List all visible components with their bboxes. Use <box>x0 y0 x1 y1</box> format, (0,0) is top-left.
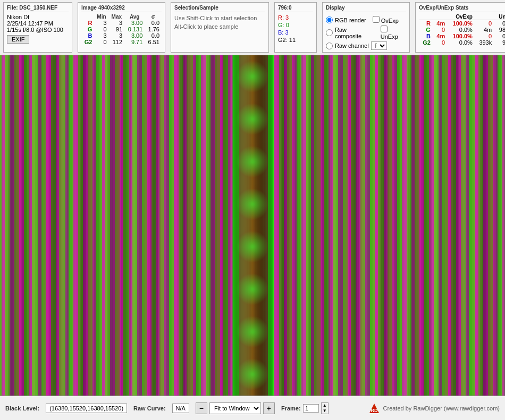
svg-text:RD: RD <box>371 408 377 413</box>
ov-g2-pct: 0.0% <box>447 39 475 46</box>
frame-down[interactable]: ▼ <box>322 408 328 414</box>
rgb-render-radio[interactable] <box>326 16 333 23</box>
selection-hint1: Use Shift-Click to start selection <box>174 15 265 21</box>
render-options: RGB render OvExp Raw composite UnExp Raw… <box>326 16 406 50</box>
table-row: B 3 3 3.00 0.0 <box>81 32 162 39</box>
unexp-col-header: UnExp <box>475 14 505 20</box>
un-g-count: 4m <box>475 27 494 33</box>
unexp-checkbox-wrap: UnExp <box>381 26 406 40</box>
rawdigger-logo: RD <box>368 402 380 414</box>
ovexp-checkbox-wrap: OvExp <box>373 16 399 24</box>
g-sigma: 1.76 <box>145 26 162 32</box>
rawdigger-credit: RD Created by RawDigger (www.rawdigger.c… <box>368 402 500 414</box>
table-row: G 0 91 0.131 1.76 <box>81 26 162 32</box>
un-g-pct: 98.9% <box>494 27 505 33</box>
raw-curve-value: N/A <box>172 404 189 413</box>
black-level-value: (16380,15520,16380,15520) <box>46 404 127 413</box>
g-min: 0 <box>94 26 108 32</box>
frame-label: Frame: <box>281 405 301 411</box>
b-max: 3 <box>109 32 125 39</box>
g2-sigma: 6.51 <box>145 39 162 45</box>
main-image-area[interactable] <box>0 55 505 396</box>
black-level-label: Black Level: <box>5 405 39 411</box>
table-row: R 4m 100.0% 0 0.0% <box>419 20 505 27</box>
coord-g2: G2: 11 <box>278 37 313 43</box>
unexp-label: UnExp <box>381 33 398 40</box>
un-r-pct: 0.0% <box>494 20 505 27</box>
exif-button[interactable]: EXIF <box>7 35 29 44</box>
image-stats-panel: Image 4940x3292 Min Max Avg σ R 3 3 3.00… <box>78 2 165 53</box>
zoom-select[interactable]: Fit to Window 25% 50% 100% 200% <box>209 402 261 414</box>
rgb-render-label: RGB render <box>335 17 366 23</box>
ov-g2-count: 0 <box>433 39 447 46</box>
ovexp-label: OvExp <box>381 18 399 24</box>
rgb-render-row: RGB render OvExp <box>326 16 406 24</box>
bottom-bar: Black Level: (16380,15520,16380,15520) R… <box>0 396 505 420</box>
un-g2-pct: 9.7% <box>494 39 505 46</box>
ov-r-label: R <box>419 20 433 27</box>
un-b-pct: 0.0% <box>494 33 505 39</box>
coords-panel: 796:0 R: 3 G: 0 B: 3 G2: 11 <box>274 2 317 53</box>
raw-curve-label: Raw Curve: <box>133 405 166 411</box>
ov-r-pct: 100.0% <box>447 20 475 27</box>
ovexp-stats-panel: OvExp/UnExp Stats OvExp UnExp R 4m 100.0… <box>415 2 505 53</box>
selection-hint2: Alt-Click to place sample <box>174 23 265 30</box>
file-title: File: DSC_1350.NEF <box>7 5 69 12</box>
exposure-info: 1/15s f/8.0 @ISO 100 <box>7 27 69 33</box>
raw-channel-label: Raw channel <box>335 43 369 49</box>
ov-b-pct: 100.0% <box>447 33 475 39</box>
g-max: 91 <box>109 26 125 32</box>
display-panel: Display RGB render OvExp Raw composite U… <box>322 2 410 53</box>
frame-up[interactable]: ▲ <box>322 403 328 408</box>
unexp-checkbox[interactable] <box>381 26 388 32</box>
b-avg: 3.00 <box>124 32 145 39</box>
ov-g-label: G <box>419 27 433 33</box>
camera-name: Nikon Df <box>7 14 69 20</box>
ovexp-checkbox[interactable] <box>373 16 380 23</box>
raw-composite-label: Raw composite <box>335 27 374 39</box>
raw-channel-row: Raw channel R G B G2 <box>326 41 406 50</box>
coord-r: R: 3 <box>278 14 313 21</box>
ov-b-label: B <box>419 33 433 39</box>
ovexp-col-header: OvExp <box>433 14 475 20</box>
ov-g2-label: G2 <box>419 39 433 46</box>
channel-select[interactable]: R G B G2 <box>371 41 387 50</box>
g2-avg: 9.71 <box>124 39 145 45</box>
r-min: 3 <box>94 20 108 26</box>
g2-min: 0 <box>94 39 108 45</box>
frame-controls: Frame: ▲ ▼ <box>281 402 329 414</box>
raw-channel-radio[interactable] <box>326 43 333 49</box>
g-avg: 0.131 <box>124 26 145 32</box>
raw-composite-row: Raw composite UnExp <box>326 26 406 40</box>
stats-table: Min Max Avg σ R 3 3 3.00 0.0 G 0 91 <box>81 14 162 45</box>
g2-max: 112 <box>109 39 125 45</box>
coord-b: B: 3 <box>278 29 313 36</box>
table-row: G 0 0.0% 4m 98.9% <box>419 27 505 33</box>
selection-panel: Selection/Sample Use Shift-Click to star… <box>171 2 269 53</box>
b-min: 3 <box>94 32 108 39</box>
file-panel: File: DSC_1350.NEF Nikon Df 2/25/14 12:4… <box>3 2 72 53</box>
table-row: R 3 3 3.00 0.0 <box>81 20 162 26</box>
raw-composite-radio[interactable] <box>326 29 333 36</box>
frame-input[interactable] <box>303 404 319 413</box>
ov-r-count: 4m <box>433 20 447 27</box>
g2-label: G2 <box>81 39 94 45</box>
table-row: G2 0 0.0% 393k 9.7% <box>419 39 505 46</box>
zoom-out-button[interactable]: − <box>196 402 207 414</box>
capture-datetime: 2/25/14 12:47 PM <box>7 20 69 27</box>
image-canvas <box>0 55 505 396</box>
table-row: B 4m 100.0% 0 0.0% <box>419 33 505 39</box>
b-label: B <box>81 32 94 39</box>
un-r-count: 0 <box>475 20 494 27</box>
ovexp-table: OvExp UnExp R 4m 100.0% 0 0.0% G 0 0.0% … <box>419 14 505 46</box>
zoom-controls: − Fit to Window 25% 50% 100% 200% + <box>196 402 275 414</box>
r-label: R <box>81 20 94 26</box>
credit-text: Created by RawDigger (www.rawdigger.com) <box>383 405 500 411</box>
ov-g-count: 0 <box>433 27 447 33</box>
image-title: Image 4940x3292 <box>81 5 162 12</box>
r-max: 3 <box>109 20 125 26</box>
g-label: G <box>81 26 94 32</box>
r-sigma: 0.0 <box>145 20 162 26</box>
zoom-in-button[interactable]: + <box>263 402 275 414</box>
ovexp-title: OvExp/UnExp Stats <box>419 5 505 12</box>
